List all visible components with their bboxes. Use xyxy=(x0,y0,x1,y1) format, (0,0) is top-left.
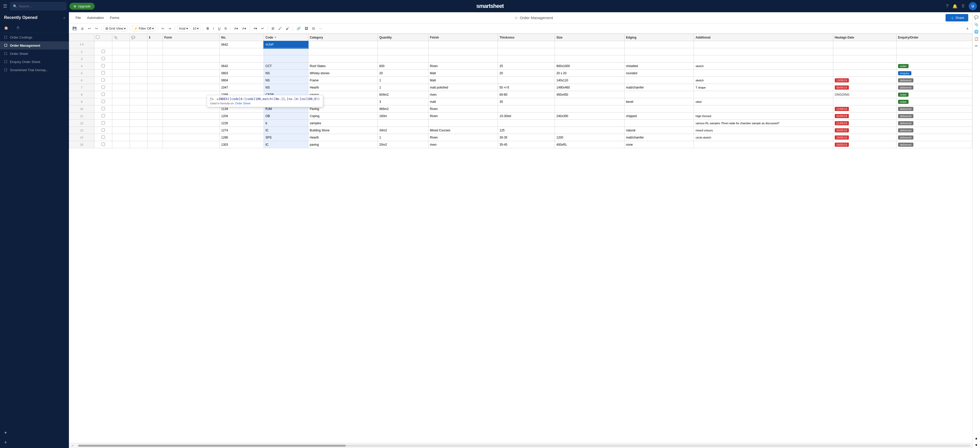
form-cell[interactable] xyxy=(162,141,220,148)
quantity-cell[interactable] xyxy=(378,120,428,127)
enquiry-cell[interactable] xyxy=(896,48,972,56)
menu-automation[interactable]: Automation xyxy=(84,14,107,21)
highlight-btn[interactable]: 🖊 xyxy=(277,25,283,32)
code-cell[interactable]: CCT xyxy=(264,62,308,70)
sidebar-item-order-sheet[interactable]: ☐ Order Sheet xyxy=(0,49,69,58)
edging-cell[interactable] xyxy=(624,120,694,127)
finish-col-header[interactable]: Finish xyxy=(428,34,498,41)
size-cell[interactable]: 20 x 20 xyxy=(555,70,625,77)
split-btn[interactable]: ⊟ xyxy=(310,25,317,32)
haulage-cell[interactable]: 29/05/19 xyxy=(833,134,896,141)
additional-cell[interactable] xyxy=(694,56,833,62)
no-cell[interactable]: 1047 xyxy=(220,84,264,91)
align-btn[interactable]: ≡▾ xyxy=(252,25,259,32)
form-cell[interactable] xyxy=(162,120,220,127)
quantity-cell[interactable] xyxy=(378,41,428,48)
right-edge-chat-icon[interactable]: 💬 xyxy=(973,14,980,21)
enquiry-cell[interactable]: enquiry xyxy=(896,70,972,77)
haulage-cell[interactable] xyxy=(833,98,896,105)
italic-button[interactable]: I xyxy=(212,25,216,32)
form-cell[interactable] xyxy=(162,134,220,141)
finish-cell[interactable]: riven xyxy=(428,141,498,148)
finish-cell[interactable] xyxy=(428,41,498,48)
size-cell[interactable] xyxy=(555,48,625,56)
enquiry-cell[interactable]: delivered xyxy=(896,113,972,120)
user-avatar[interactable]: U xyxy=(969,2,977,10)
bell-icon[interactable]: 🔔 xyxy=(953,4,958,9)
category-cell[interactable]: Whisky stones xyxy=(308,70,378,77)
edging-cell[interactable]: rounded xyxy=(624,70,694,77)
category-cell[interactable]: Hearth xyxy=(308,134,378,141)
code-cell[interactable]: IC xyxy=(264,127,308,134)
edging-cell[interactable] xyxy=(624,77,694,84)
form-cell[interactable] xyxy=(162,70,220,77)
sidebar-star-icon[interactable]: ★ xyxy=(0,428,69,437)
formula-sheet-link[interactable]: Order Sheet xyxy=(235,102,250,105)
table-btn[interactable]: ⊞ xyxy=(270,25,276,32)
finish-cell[interactable]: Riven xyxy=(428,134,498,141)
code-cell[interactable]: NS xyxy=(264,70,308,77)
additional-cell[interactable] xyxy=(694,105,833,113)
form-cell[interactable] xyxy=(162,48,220,56)
menu-file[interactable]: File xyxy=(73,14,83,21)
size-cell[interactable]: 450x450 xyxy=(555,91,625,98)
undo-button[interactable]: ↩ xyxy=(86,25,92,32)
sheet-star-icon[interactable]: ☆ xyxy=(514,16,518,20)
category-cell[interactable] xyxy=(308,56,378,62)
enquiry-cell[interactable] xyxy=(896,56,972,62)
size-cell[interactable] xyxy=(555,56,625,62)
quantity-cell[interactable]: 160m xyxy=(378,113,428,120)
menu-forms[interactable]: Forms xyxy=(107,14,122,21)
thickness-cell[interactable] xyxy=(498,77,555,84)
finish-cell[interactable]: Matt xyxy=(428,77,498,84)
font-family-dropdown[interactable]: Arial ▾ xyxy=(177,25,190,32)
edging-cell[interactable] xyxy=(624,105,694,113)
right-edge-scrollbar-up[interactable]: ▲ xyxy=(974,435,979,441)
additional-cell[interactable]: High Domed xyxy=(694,113,833,120)
thickness-cell[interactable]: 25 xyxy=(498,62,555,70)
bold-button[interactable]: B xyxy=(205,25,210,32)
size-cell[interactable] xyxy=(555,120,625,127)
form-cell[interactable] xyxy=(162,41,220,48)
code-cell[interactable]: SPS xyxy=(264,134,308,141)
right-edge-attach-icon[interactable]: 📎 xyxy=(973,21,980,27)
finish-cell[interactable] xyxy=(428,120,498,127)
additional-cell[interactable]: oiled xyxy=(694,98,833,105)
additional-cell[interactable] xyxy=(694,48,833,56)
print-button[interactable]: 🖨 xyxy=(79,25,86,32)
finish-cell[interactable] xyxy=(428,56,498,62)
row-checkbox[interactable] xyxy=(102,121,105,124)
sidebar-collapse-icon[interactable]: ‹ xyxy=(64,16,65,20)
haulage-cell[interactable]: 22/05/19 xyxy=(833,113,896,120)
code-cell[interactable] xyxy=(264,56,308,62)
no-cell[interactable]: 0803 xyxy=(220,70,264,77)
code-cell[interactable]: b xyxy=(264,120,308,127)
expand-icon[interactable]: ⤢ xyxy=(69,443,76,448)
haulage-cell[interactable]: 06/06/19 xyxy=(833,84,896,91)
select-all-checkbox[interactable] xyxy=(96,35,99,39)
sidebar-clock-icon[interactable]: ⏱ xyxy=(12,24,24,32)
additional-col-header[interactable]: Additional xyxy=(694,34,833,41)
finish-cell[interactable]: Riven xyxy=(428,62,498,70)
additional-cell[interactable] xyxy=(694,141,833,148)
enquiry-cell[interactable]: delivered xyxy=(896,105,972,113)
right-edge-globe-icon[interactable]: 🌐 xyxy=(973,29,980,35)
edging-cell[interactable]: bevel xyxy=(624,98,694,105)
finish-cell[interactable]: Riven xyxy=(428,113,498,120)
grid-view-dropdown[interactable]: ⊞ Grid View ▾ xyxy=(103,25,127,32)
search-input[interactable] xyxy=(19,4,64,8)
sidebar-item-enquiry-order-sheet[interactable]: ☐ Enquiry Order Sheet xyxy=(0,58,69,66)
size-cell[interactable]: 240x300 xyxy=(555,113,625,120)
category-cell[interactable]: Roof Slates xyxy=(308,62,378,70)
finish-cell[interactable] xyxy=(428,48,498,56)
additional-cell[interactable]: T shape xyxy=(694,84,833,91)
code-cell[interactable]: NS xyxy=(264,84,308,91)
category-cell[interactable]: Coping xyxy=(308,113,378,120)
indent-left-btn[interactable]: ⇐ xyxy=(160,25,166,32)
code-cell[interactable]: IC xyxy=(264,141,308,148)
size-cell[interactable] xyxy=(555,41,625,48)
form-cell[interactable] xyxy=(162,62,220,70)
no-cell[interactable]: 1286 xyxy=(220,134,264,141)
quantity-cell[interactable]: 1 xyxy=(378,134,428,141)
quantity-cell[interactable]: 3 xyxy=(378,98,428,105)
